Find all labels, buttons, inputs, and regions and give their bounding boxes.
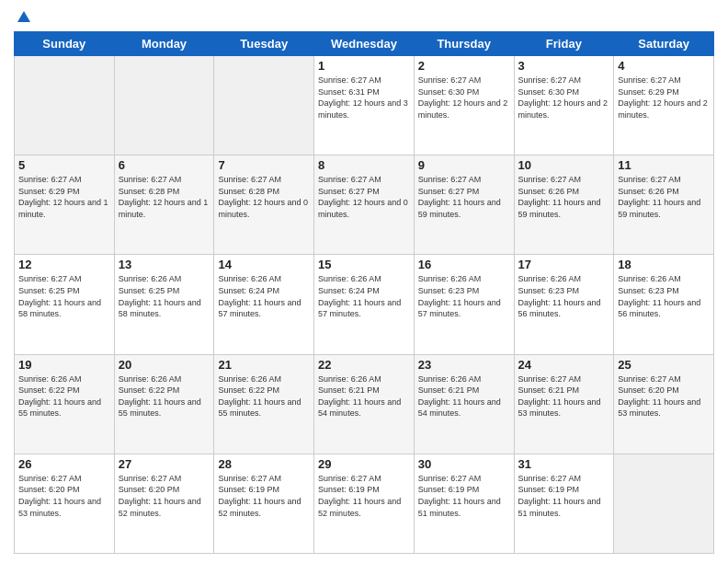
day-number: 17 bbox=[518, 258, 610, 271]
day-info: Sunrise: 6:26 AMSunset: 6:22 PMDaylight:… bbox=[119, 373, 210, 419]
calendar-cell: 1Sunrise: 6:27 AMSunset: 6:31 PMDaylight… bbox=[314, 56, 415, 155]
day-number: 23 bbox=[418, 358, 510, 372]
day-info: Sunrise: 6:27 AMSunset: 6:20 PMDaylight:… bbox=[119, 473, 210, 519]
calendar-cell: 29Sunrise: 6:27 AMSunset: 6:19 PMDayligh… bbox=[314, 454, 415, 553]
svg-marker-0 bbox=[17, 11, 30, 22]
day-header: Tuesday bbox=[214, 32, 314, 56]
calendar-table: SundayMondayTuesdayWednesdayThursdayFrid… bbox=[14, 31, 714, 554]
day-info: Sunrise: 6:27 AMSunset: 6:21 PMDaylight:… bbox=[518, 373, 610, 419]
day-number: 4 bbox=[618, 59, 710, 73]
calendar-cell: 4Sunrise: 6:27 AMSunset: 6:29 PMDaylight… bbox=[614, 56, 714, 155]
calendar-cell: 11Sunrise: 6:27 AMSunset: 6:26 PMDayligh… bbox=[614, 155, 714, 255]
day-info: Sunrise: 6:27 AMSunset: 6:29 PMDaylight:… bbox=[18, 174, 110, 220]
calendar-cell: 18Sunrise: 6:26 AMSunset: 6:23 PMDayligh… bbox=[614, 255, 714, 354]
day-number: 26 bbox=[18, 457, 110, 471]
day-info: Sunrise: 6:27 AMSunset: 6:28 PMDaylight:… bbox=[218, 174, 310, 220]
calendar-cell: 30Sunrise: 6:27 AMSunset: 6:19 PMDayligh… bbox=[414, 454, 514, 553]
header bbox=[14, 9, 714, 24]
day-info: Sunrise: 6:27 AMSunset: 6:29 PMDaylight:… bbox=[618, 75, 710, 121]
calendar-cell: 27Sunrise: 6:27 AMSunset: 6:20 PMDayligh… bbox=[114, 454, 214, 553]
day-info: Sunrise: 6:27 AMSunset: 6:19 PMDaylight:… bbox=[518, 473, 610, 519]
calendar-cell: 15Sunrise: 6:26 AMSunset: 6:24 PMDayligh… bbox=[314, 255, 415, 354]
day-info: Sunrise: 6:27 AMSunset: 6:25 PMDaylight:… bbox=[18, 273, 110, 319]
day-header: Saturday bbox=[614, 32, 714, 56]
day-number: 6 bbox=[119, 158, 210, 172]
day-number: 10 bbox=[518, 158, 610, 172]
calendar-week-row: 19Sunrise: 6:26 AMSunset: 6:22 PMDayligh… bbox=[15, 354, 714, 454]
day-number: 24 bbox=[518, 358, 610, 372]
calendar-cell: 20Sunrise: 6:26 AMSunset: 6:22 PMDayligh… bbox=[114, 354, 214, 454]
day-info: Sunrise: 6:26 AMSunset: 6:24 PMDaylight:… bbox=[218, 273, 310, 319]
day-info: Sunrise: 6:27 AMSunset: 6:19 PMDaylight:… bbox=[418, 473, 510, 519]
day-number: 8 bbox=[318, 158, 410, 172]
calendar-cell: 7Sunrise: 6:27 AMSunset: 6:28 PMDaylight… bbox=[214, 155, 314, 255]
calendar-cell: 16Sunrise: 6:26 AMSunset: 6:23 PMDayligh… bbox=[414, 255, 514, 354]
calendar-cell: 9Sunrise: 6:27 AMSunset: 6:27 PMDaylight… bbox=[414, 155, 514, 255]
day-info: Sunrise: 6:26 AMSunset: 6:23 PMDaylight:… bbox=[518, 273, 610, 319]
day-number: 27 bbox=[119, 457, 210, 471]
day-info: Sunrise: 6:26 AMSunset: 6:23 PMDaylight:… bbox=[618, 273, 710, 319]
calendar-cell bbox=[15, 56, 115, 155]
calendar-cell bbox=[614, 454, 714, 553]
calendar-week-row: 12Sunrise: 6:27 AMSunset: 6:25 PMDayligh… bbox=[15, 255, 714, 354]
day-info: Sunrise: 6:27 AMSunset: 6:27 PMDaylight:… bbox=[418, 174, 510, 220]
day-info: Sunrise: 6:27 AMSunset: 6:19 PMDaylight:… bbox=[218, 473, 310, 519]
day-info: Sunrise: 6:27 AMSunset: 6:26 PMDaylight:… bbox=[518, 174, 610, 220]
day-info: Sunrise: 6:26 AMSunset: 6:21 PMDaylight:… bbox=[318, 373, 410, 419]
day-info: Sunrise: 6:27 AMSunset: 6:27 PMDaylight:… bbox=[318, 174, 410, 220]
day-number: 1 bbox=[318, 59, 410, 73]
day-number: 13 bbox=[119, 258, 210, 271]
calendar-cell: 3Sunrise: 6:27 AMSunset: 6:30 PMDaylight… bbox=[514, 56, 614, 155]
calendar-cell: 12Sunrise: 6:27 AMSunset: 6:25 PMDayligh… bbox=[15, 255, 115, 354]
day-number: 15 bbox=[318, 258, 410, 271]
day-number: 9 bbox=[418, 158, 510, 172]
day-number: 5 bbox=[18, 158, 110, 172]
day-info: Sunrise: 6:26 AMSunset: 6:22 PMDaylight:… bbox=[218, 373, 310, 419]
calendar-week-row: 5Sunrise: 6:27 AMSunset: 6:29 PMDaylight… bbox=[15, 155, 714, 255]
day-number: 30 bbox=[418, 457, 510, 471]
day-header: Thursday bbox=[414, 32, 514, 56]
calendar-cell: 6Sunrise: 6:27 AMSunset: 6:28 PMDaylight… bbox=[114, 155, 214, 255]
day-number: 21 bbox=[218, 358, 310, 372]
day-header: Friday bbox=[514, 32, 614, 56]
day-number: 19 bbox=[18, 358, 110, 372]
day-number: 2 bbox=[418, 59, 510, 73]
day-info: Sunrise: 6:26 AMSunset: 6:25 PMDaylight:… bbox=[119, 273, 210, 319]
day-number: 28 bbox=[218, 457, 310, 471]
calendar-cell: 5Sunrise: 6:27 AMSunset: 6:29 PMDaylight… bbox=[15, 155, 115, 255]
calendar-cell: 25Sunrise: 6:27 AMSunset: 6:20 PMDayligh… bbox=[614, 354, 714, 454]
day-info: Sunrise: 6:27 AMSunset: 6:20 PMDaylight:… bbox=[18, 473, 110, 519]
day-number: 11 bbox=[618, 158, 710, 172]
calendar-week-row: 1Sunrise: 6:27 AMSunset: 6:31 PMDaylight… bbox=[15, 56, 714, 155]
page: SundayMondayTuesdayWednesdayThursdayFrid… bbox=[0, 0, 728, 563]
day-number: 7 bbox=[218, 158, 310, 172]
logo bbox=[14, 9, 32, 24]
day-header: Sunday bbox=[15, 32, 115, 56]
calendar-cell bbox=[114, 56, 214, 155]
day-info: Sunrise: 6:26 AMSunset: 6:22 PMDaylight:… bbox=[18, 373, 110, 419]
day-headers-row: SundayMondayTuesdayWednesdayThursdayFrid… bbox=[15, 32, 714, 56]
day-number: 3 bbox=[518, 59, 610, 73]
day-info: Sunrise: 6:27 AMSunset: 6:20 PMDaylight:… bbox=[618, 373, 710, 419]
day-info: Sunrise: 6:26 AMSunset: 6:21 PMDaylight:… bbox=[418, 373, 510, 419]
day-info: Sunrise: 6:27 AMSunset: 6:26 PMDaylight:… bbox=[618, 174, 710, 220]
day-info: Sunrise: 6:27 AMSunset: 6:19 PMDaylight:… bbox=[318, 473, 410, 519]
day-header: Monday bbox=[114, 32, 214, 56]
calendar-cell: 24Sunrise: 6:27 AMSunset: 6:21 PMDayligh… bbox=[514, 354, 614, 454]
calendar-cell: 8Sunrise: 6:27 AMSunset: 6:27 PMDaylight… bbox=[314, 155, 415, 255]
calendar-cell: 17Sunrise: 6:26 AMSunset: 6:23 PMDayligh… bbox=[514, 255, 614, 354]
day-number: 16 bbox=[418, 258, 510, 271]
calendar-week-row: 26Sunrise: 6:27 AMSunset: 6:20 PMDayligh… bbox=[15, 454, 714, 553]
calendar-cell bbox=[214, 56, 314, 155]
day-number: 12 bbox=[18, 258, 110, 271]
calendar-cell: 10Sunrise: 6:27 AMSunset: 6:26 PMDayligh… bbox=[514, 155, 614, 255]
day-number: 18 bbox=[618, 258, 710, 271]
day-info: Sunrise: 6:26 AMSunset: 6:23 PMDaylight:… bbox=[418, 273, 510, 319]
calendar-cell: 26Sunrise: 6:27 AMSunset: 6:20 PMDayligh… bbox=[15, 454, 115, 553]
day-number: 22 bbox=[318, 358, 410, 372]
day-number: 25 bbox=[618, 358, 710, 372]
day-info: Sunrise: 6:27 AMSunset: 6:30 PMDaylight:… bbox=[418, 75, 510, 121]
calendar-cell: 2Sunrise: 6:27 AMSunset: 6:30 PMDaylight… bbox=[414, 56, 514, 155]
logo-icon bbox=[16, 9, 32, 26]
calendar-cell: 28Sunrise: 6:27 AMSunset: 6:19 PMDayligh… bbox=[214, 454, 314, 553]
